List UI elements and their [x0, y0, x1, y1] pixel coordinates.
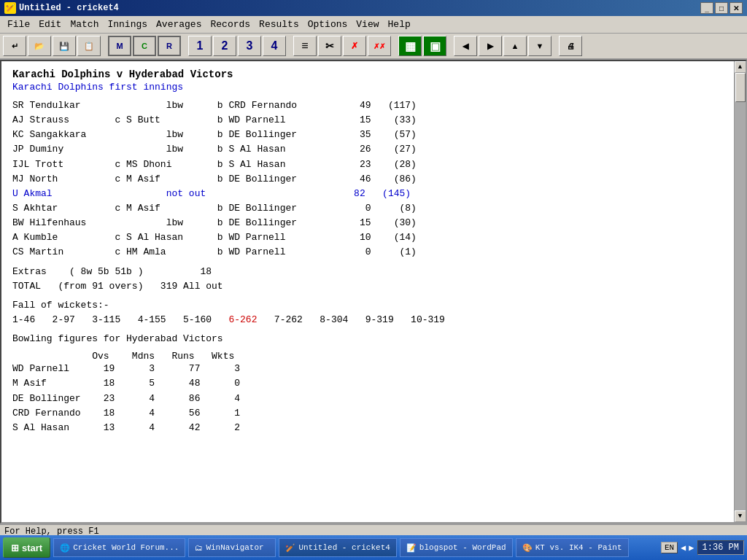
toolbar-print[interactable]: 🖨	[559, 36, 582, 56]
window-controls: _ □ ✕	[700, 2, 743, 14]
toolbar-1[interactable]: 1	[188, 36, 212, 56]
toolbar-r[interactable]: R	[158, 36, 181, 56]
toolbar: ↵ 📂 💾 📋 M C R 1 2 3 4 ≡ ✂ ✗ ✗✗ ▦ ▣ ◀ ▶ ▲…	[0, 34, 747, 60]
extras-row: Extras ( 8w 5b 51b ) 18	[12, 265, 723, 279]
fow-row: 1-46 2-97 3-115 4-155 5-160 6-262 7-262 …	[12, 313, 723, 327]
batting-row: IJL Trott c MS Dhoni b S Al Hasan 23 (28…	[12, 158, 723, 172]
main-window: Karachi Dolphins v Hyderabad Victors Kar…	[0, 60, 747, 524]
batting-row: JP Duminy lbw b S Al Hasan 26 (27)	[12, 142, 723, 157]
toolbar-grid1[interactable]: ▦	[398, 36, 422, 56]
menu-match[interactable]: Match	[66, 18, 103, 31]
batting-row: A Kumble c S Al Hasan b WD Parnell 10 (1…	[12, 230, 723, 245]
window-title: Untitled - cricket4	[19, 3, 119, 13]
menu-edit[interactable]: Edit	[34, 18, 66, 31]
toolbar-grid2[interactable]: ▣	[423, 36, 446, 56]
bowling-row: S Al Hasan 13 4 42 2	[12, 421, 723, 435]
app-icon: 🏏	[4, 2, 16, 14]
menu-options[interactable]: Options	[303, 18, 352, 31]
fow-label: Fall of wickets:-	[12, 298, 723, 313]
total-row: TOTAL (from 91 overs) 319 All out	[12, 279, 723, 294]
close-button[interactable]: ✕	[729, 2, 743, 14]
toolbar-m[interactable]: M	[108, 36, 131, 56]
bowling-row: CRD Fernando 18 4 56 1	[12, 406, 723, 421]
menu-records[interactable]: Records	[206, 18, 255, 31]
scroll-down-button[interactable]: ▼	[735, 510, 746, 522]
toolbar-2[interactable]: 2	[213, 36, 236, 56]
taskbar: ⊞ start 🌐 Cricket World Forum... 🗂 WinNa…	[0, 535, 747, 538]
bowling-headers: Ovs Mdns Runs Wkts	[12, 351, 723, 362]
batting-row-highlight: U Akmal not out 82 (145)	[12, 187, 723, 201]
batting-row: CS Martin c HM Amla b WD Parnell 0 (1)	[12, 245, 723, 260]
bowling-row: WD Parnell 19 3 77 3	[12, 362, 723, 376]
toolbar-up[interactable]: ▲	[503, 36, 527, 56]
menu-results[interactable]: Results	[255, 18, 303, 31]
innings-title: Karachi Dolphins first innings	[12, 82, 723, 93]
match-title: Karachi Dolphins v Hyderabad Victors	[12, 69, 723, 80]
scrollbar[interactable]: ▲ ▼	[734, 61, 746, 522]
scroll-thumb[interactable]	[735, 73, 746, 102]
toolbar-cut2[interactable]: ✗	[343, 36, 366, 56]
toolbar-cut1[interactable]: ✂	[318, 36, 341, 56]
batting-row: SR Tendulkar lbw b CRD Fernando 49 (117)	[12, 98, 723, 113]
batting-row: MJ North c M Asif b DE Bollinger 46 (86)	[12, 172, 723, 187]
toolbar-save[interactable]: 💾	[53, 36, 76, 56]
toolbar-3[interactable]: 3	[238, 36, 261, 56]
toolbar-4[interactable]: 4	[263, 36, 286, 56]
toolbar-cut3[interactable]: ✗✗	[368, 36, 391, 56]
batting-row: S Akhtar c M Asif b DE Bollinger 0 (8)	[12, 201, 723, 216]
toolbar-open[interactable]: 📂	[28, 36, 51, 56]
menu-help[interactable]: Help	[384, 18, 415, 31]
batting-row: BW Hilfenhaus lbw b DE Bollinger 15 (30)	[12, 216, 723, 230]
menu-innings[interactable]: Innings	[103, 18, 152, 31]
scroll-up-button[interactable]: ▲	[735, 61, 746, 73]
menu-view[interactable]: View	[352, 18, 383, 31]
bowling-row: M Asif 18 5 48 0	[12, 376, 723, 391]
toolbar-c[interactable]: C	[133, 36, 156, 56]
batting-row: AJ Strauss c S Butt b WD Parnell 15 (33)	[12, 113, 723, 128]
title-bar: 🏏 Untitled - cricket4 _ □ ✕	[0, 0, 747, 16]
toolbar-list[interactable]: ≡	[293, 36, 317, 56]
start-button[interactable]: ⊞ start	[3, 537, 50, 538]
menu-file[interactable]: File	[3, 18, 34, 31]
toolbar-back[interactable]: ◀	[454, 36, 477, 56]
toolbar-forward[interactable]: ▶	[479, 36, 502, 56]
toolbar-down[interactable]: ▼	[528, 36, 551, 56]
maximize-button[interactable]: □	[715, 2, 728, 14]
toolbar-print-preview[interactable]: 📋	[77, 36, 101, 56]
menu-averages[interactable]: Averages	[152, 18, 206, 31]
scroll-track[interactable]	[735, 73, 746, 510]
bowling-row: DE Bollinger 23 4 86 4	[12, 392, 723, 406]
menu-bar: File Edit Match Innings Averages Records…	[0, 16, 747, 34]
toolbar-new[interactable]: ↵	[3, 36, 26, 56]
bowling-title: Bowling figures for Hyderabad Victors	[12, 332, 723, 346]
content-area[interactable]: Karachi Dolphins v Hyderabad Victors Kar…	[1, 61, 734, 522]
batting-row: KC Sangakkara lbw b DE Bollinger 35 (57)	[12, 128, 723, 142]
fow-highlight: 6-262	[228, 314, 257, 325]
minimize-button[interactable]: _	[700, 2, 713, 14]
